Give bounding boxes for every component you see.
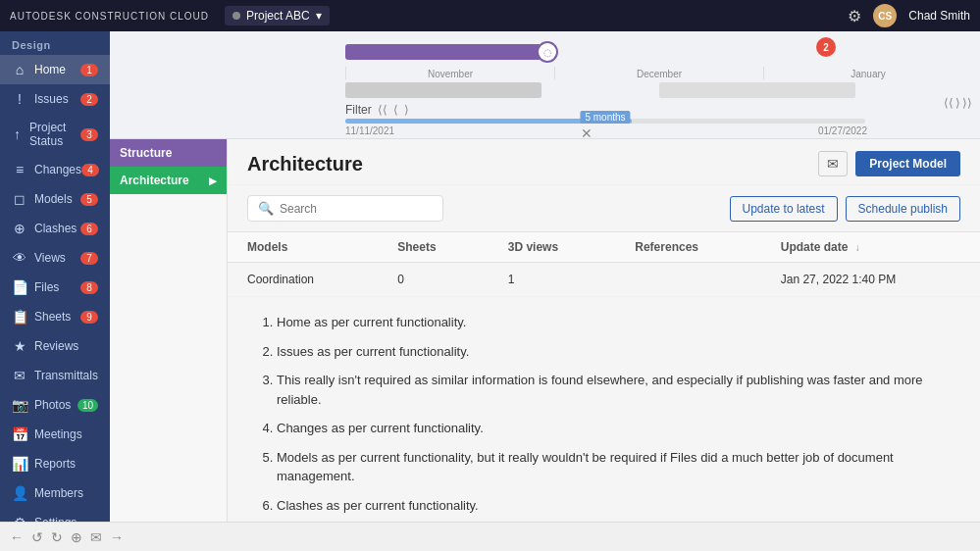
email-button[interactable]: ✉: [818, 151, 848, 176]
forward-icon[interactable]: →: [110, 529, 124, 545]
sidebar-item-project-status[interactable]: ↑ Project Status 3: [0, 114, 110, 155]
sidebar-label-home: Home: [34, 63, 66, 76]
timeline-structure-block: [345, 44, 542, 60]
sidebar-item-sheets[interactable]: 📋 Sheets 9: [0, 302, 110, 331]
timeline-circle-badge: ◌: [537, 41, 558, 63]
sidebar-badge-project-status: 3: [80, 128, 98, 141]
timeline-close-btn[interactable]: ✕: [581, 125, 593, 141]
timeline-nav-prev-prev[interactable]: ⟨⟨: [378, 103, 387, 117]
sidebar-label-views: Views: [34, 251, 66, 265]
timeline-month-jan: January: [763, 67, 972, 79]
back-icon[interactable]: ←: [10, 529, 24, 545]
right-content: Architecture ✉ Project Model 🔍 Update to…: [228, 139, 980, 522]
sidebar-item-clashes[interactable]: ⊕ Clashes 6: [0, 214, 110, 243]
search-box[interactable]: 🔍: [247, 195, 443, 222]
update-latest-button[interactable]: Update to latest: [730, 196, 838, 222]
add-icon[interactable]: ⊕: [71, 529, 82, 545]
col-models: Models: [228, 232, 378, 263]
username: Chad Smith: [908, 9, 970, 23]
progress-label: 5 months: [580, 111, 630, 124]
sidebar-item-photos[interactable]: 📷 Photos 10: [0, 390, 110, 420]
note-5: Models as per current functionality, but…: [277, 448, 951, 486]
project-status-icon: ↑: [12, 126, 23, 142]
sidebar-badge-views: 7: [80, 252, 98, 265]
settings-icon[interactable]: ⚙: [848, 7, 861, 25]
sidebar-badge-clashes: 6: [80, 223, 98, 235]
sidebar-label-sheets: Sheets: [34, 310, 71, 324]
content-title: Architecture: [247, 153, 363, 175]
timeline-nav-right-next2[interactable]: ⟩⟩: [962, 96, 972, 110]
sidebar: Design ⌂ Home 1 ! Issues 2 ↑ Project Sta…: [0, 31, 110, 522]
sidebar-label-changes: Changes: [34, 163, 81, 176]
architecture-label: Architecture: [120, 174, 189, 187]
sidebar-item-issues[interactable]: ! Issues 2: [0, 84, 110, 114]
timeline-nav-next[interactable]: ⟩: [404, 103, 409, 117]
schedule-publish-button[interactable]: Schedule publish: [846, 196, 960, 222]
sidebar-badge-issues: 2: [80, 93, 98, 106]
sidebar-item-members[interactable]: 👤 Members: [0, 478, 110, 508]
message-icon[interactable]: ✉: [90, 529, 102, 545]
changes-icon: ≡: [12, 162, 27, 177]
filter-label[interactable]: Filter: [345, 103, 372, 117]
members-icon: 👤: [12, 485, 27, 501]
note-1: Home as per current functionality.: [277, 313, 951, 332]
structure-label: Structure: [120, 146, 172, 160]
timeline-nav-right-prev[interactable]: ⟨⟨: [944, 96, 954, 110]
sidebar-item-reports[interactable]: 📊 Reports: [0, 449, 110, 478]
panel-structure-item[interactable]: Structure: [110, 139, 227, 167]
sheets-icon: 📋: [12, 309, 27, 325]
top-bar: AUTODESK CONSTRUCTION CLOUD Project ABC …: [0, 0, 980, 31]
sidebar-section-title: Design: [0, 31, 110, 55]
search-input[interactable]: [280, 202, 433, 216]
col-references: References: [615, 232, 760, 263]
reviews-icon: ★: [12, 338, 27, 354]
sidebar-label-members: Members: [34, 486, 83, 500]
sidebar-label-project-status: Project Status: [29, 121, 80, 148]
project-model-button[interactable]: Project Model: [855, 151, 960, 176]
app-logo: AUTODESK CONSTRUCTION CLOUD: [10, 11, 209, 22]
main-layout: Design ⌂ Home 1 ! Issues 2 ↑ Project Sta…: [0, 31, 980, 522]
undo-icon[interactable]: ↺: [31, 529, 43, 545]
project-selector[interactable]: Project ABC ▾: [225, 6, 330, 25]
timeline-red-badge: 2: [816, 37, 836, 57]
model-sheets: 0: [378, 263, 489, 297]
search-icon: 🔍: [258, 201, 274, 216]
timeline-date-end: 01/27/2022: [818, 125, 867, 141]
header-actions: ✉ Project Model: [818, 151, 960, 176]
model-references: [615, 263, 760, 297]
sidebar-item-changes[interactable]: ≡ Changes 4: [0, 155, 110, 184]
model-name: Coordination: [228, 263, 378, 297]
timeline-month-nov: November: [345, 67, 554, 79]
sidebar-badge-photos: 10: [77, 399, 98, 412]
sidebar-item-reviews[interactable]: ★ Reviews: [0, 331, 110, 361]
timeline-arch-gray: [345, 82, 542, 98]
timeline-month-dec: December: [554, 67, 763, 79]
sidebar-item-settings[interactable]: ⚙ Settings: [0, 508, 110, 522]
sidebar-badge-home: 1: [80, 64, 98, 76]
views-icon: 👁: [12, 250, 27, 266]
reports-icon: 📊: [12, 456, 27, 472]
sort-icon[interactable]: ↓: [855, 242, 860, 253]
issues-icon: !: [12, 91, 27, 107]
timeline-nav-prev[interactable]: ⟨: [393, 103, 398, 117]
chevron-down-icon: ▾: [316, 9, 322, 23]
sidebar-item-files[interactable]: 📄 Files 8: [0, 273, 110, 302]
left-panel: Structure Architecture ▶: [110, 139, 228, 522]
sidebar-label-models: Models: [34, 192, 73, 206]
sidebar-item-views[interactable]: 👁 Views 7: [0, 243, 110, 273]
sidebar-label-reports: Reports: [34, 457, 76, 471]
sidebar-item-transmittals[interactable]: ✉ Transmittals: [0, 361, 110, 390]
sidebar-item-models[interactable]: ◻ Models 5: [0, 184, 110, 214]
redo-icon[interactable]: ↻: [51, 529, 63, 545]
sidebar-item-meetings[interactable]: 📅 Meetings: [0, 420, 110, 449]
timeline-arch-gray2: [659, 82, 855, 98]
timeline-nav-right-next[interactable]: ⟩: [955, 96, 960, 110]
bottom-bar: ← ↺ ↻ ⊕ ✉ →: [0, 522, 980, 551]
meetings-icon: 📅: [12, 426, 27, 442]
photos-icon: 📷: [12, 397, 27, 413]
sidebar-label-meetings: Meetings: [34, 427, 82, 441]
project-name: Project ABC: [246, 9, 310, 23]
table-row[interactable]: Coordination 0 1 Jan 27, 2022 1:40 PM: [228, 263, 980, 297]
sidebar-item-home[interactable]: ⌂ Home 1: [0, 55, 110, 84]
panel-architecture-item[interactable]: Architecture ▶: [110, 167, 227, 194]
